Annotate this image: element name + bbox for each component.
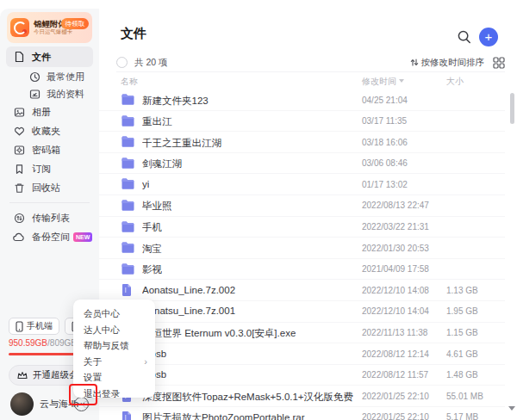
sidebar-item-heart[interactable]: 收藏夹 [6,121,93,140]
context-menu: 会员中心达人中心帮助与反馈关于›设置退出登录 [73,300,155,398]
sidebar-item-label: 收藏夹 [32,125,60,138]
folder-icon [121,93,135,107]
sidebar-item-safe[interactable]: 密码箱 [6,140,93,159]
table-row[interactable]: 深度抠图软件Topaz+ReMask+5.0.1+汉化版免费下载.rar 202… [99,386,505,407]
file-modified-date: 2022/01/25 22:10 [362,392,429,401]
page-title: 文件 [121,26,146,42]
archive-icon [121,283,135,297]
file-name: Aonatsu_Line.7z.001 [142,306,235,316]
scrollbar-thumb[interactable] [510,93,514,124]
search-icon[interactable] [457,29,472,45]
phone-icon [16,321,23,332]
main-panel: 文件 + 共 20 项 按修改时间排序 名称 修改时间 大小 新建文件夹123 … [99,0,517,420]
table-row[interactable]: 永恒世界 Eternum v0.3.0[安卓].exe 2022/11/13 1… [99,323,505,344]
device-button-phone[interactable]: 手机端 [9,318,59,335]
sidebar-item-cloud[interactable]: 备份空间 NEW [6,227,93,246]
file-name: yi [142,179,149,189]
cloud-icon [13,231,25,243]
file-modified-date: 2022/11/13 11:38 [362,328,427,337]
folder-icon [121,135,135,149]
sidebar-item-doc[interactable]: 文件 [6,46,93,67]
context-menu-item[interactable]: 退出登录 [73,386,155,402]
crown-icon [16,370,28,380]
photo-icon [13,106,25,118]
avatar[interactable] [10,392,34,416]
file-modified-date: 04/25 21:04 [362,96,408,105]
table-row[interactable]: 影视 2021/04/09 17:58 [99,259,505,281]
file-name: 淘宝 [142,243,162,256]
context-menu-item[interactable]: 关于› [73,354,155,370]
folder-icon [121,262,135,276]
header-name[interactable]: 名称 [121,76,138,88]
sort-arrows-icon [410,58,419,67]
table-row[interactable]: 剑魂江湖 03/06 08:46 [99,153,505,175]
table-row[interactable]: 1.osb 2022/08/12 12:14 4.61 GB [99,343,505,365]
table-row[interactable]: 毕业照 2022/08/13 22:47 [99,195,505,217]
table-row[interactable]: 图片无损放大PhotoZoomPortable.rar 2022/01/25 2… [99,407,505,420]
folder-icon [121,114,135,128]
bookmark-icon [13,163,25,175]
sidebar-item-label: 我的资料 [47,88,84,101]
safe-icon [13,144,25,156]
file-modified-date: 03/06 08:46 [362,158,408,168]
table-row[interactable]: 新建文件夹123 04/25 21:04 [99,90,505,111]
header-date[interactable]: 修改时间 [362,76,404,88]
file-size: 1.48 GB [446,370,478,380]
storage-used: 950.59GB [9,338,47,348]
sidebar-item-card[interactable]: 我的资料 [6,85,93,102]
transfer-icon [13,212,25,224]
file-modified-date: 03/17 11:35 [362,116,407,126]
file-name: 重出江 [142,115,172,128]
context-menu-item[interactable]: 设置 [73,369,155,386]
file-name: Aonatsu_Line.7z.002 [142,285,235,295]
file-modified-date: 2022/08/13 22:47 [362,201,429,210]
sidebar-item-transfer[interactable]: 传输列表 [6,208,93,227]
item-count: 共 20 项 [134,57,168,69]
file-name: 剑魂江湖 [142,158,182,170]
storage-total: /809GB [47,338,77,348]
heart-icon [13,125,25,137]
file-modified-date: 2022/08/12 12:14 [362,349,429,359]
folder-icon [121,199,135,213]
table-row[interactable]: 2.osb 2022/08/12 11:57 1.48 GB [99,365,505,386]
signin-banner[interactable]: 锦鲤附体 今日运气爆棚卡 待领取 [7,12,92,43]
scrollbar-down-icon[interactable] [508,406,515,411]
sidebar-item-label: 密码箱 [32,144,60,157]
sidebar-item-trash[interactable]: 回收站 [6,178,93,197]
clock-icon [28,71,40,83]
file-name: 永恒世界 Eternum v0.3.0[安卓].exe [142,327,296,340]
file-modified-date: 2022/12/10 14:04 [362,306,429,316]
header-size[interactable]: 大小 [446,76,464,88]
sidebar-divider [9,202,90,203]
sidebar-item-label: 回收站 [32,182,60,195]
sidebar-item-label: 最常使用 [47,71,84,83]
table-row[interactable]: 手机 2022/03/22 21:31 [99,217,505,238]
sidebar-item-label: 传输列表 [32,212,70,225]
folder-icon [121,241,135,255]
file-name: 深度抠图软件Topaz+ReMask+5.0.1+汉化版免费下载.rar [142,391,353,404]
table-row[interactable]: Aonatsu_Line.7z.002 2022/12/10 14:08 1.1… [99,280,505,301]
table-row[interactable]: yi 01/17 13:02 [99,174,505,195]
file-modified-date: 2022/01/25 22:10 [362,412,429,420]
table-row[interactable]: 淘宝 2022/01/30 20:53 [99,238,505,259]
banner-claim-badge[interactable]: 待领取 [61,18,90,29]
sidebar-item-label: 订阅 [32,163,51,176]
context-menu-item[interactable]: 帮助与反馈 [73,337,155,354]
context-menu-item[interactable]: 达人中心 [73,322,155,338]
select-all-checkbox[interactable] [116,57,128,68]
file-name: 手机 [142,221,162,234]
add-button[interactable]: + [479,28,498,46]
sidebar-item-clock[interactable]: 最常使用 [6,68,93,85]
file-name: 毕业照 [142,200,172,213]
file-list: 新建文件夹123 04/25 21:04 重出江 03/17 11:35 千王之… [99,90,505,420]
context-menu-item[interactable]: 会员中心 [73,306,155,322]
table-row[interactable]: 重出江 03/17 11:35 [99,111,505,133]
table-row[interactable]: Aonatsu_Line.7z.001 2022/12/10 14:04 1.9… [99,301,505,323]
grid-view-icon[interactable] [493,57,505,69]
sidebar-item-bookmark[interactable]: 订阅 [6,159,93,178]
table-row[interactable]: 千王之王重出江湖 03/18 16:06 [99,132,505,153]
sidebar-item-photo[interactable]: 相册 [6,102,93,121]
file-modified-date: 2022/01/30 20:53 [362,244,429,253]
sort-control[interactable]: 按修改时间排序 [410,57,485,69]
file-modified-date: 2021/04/09 17:58 [362,264,429,274]
